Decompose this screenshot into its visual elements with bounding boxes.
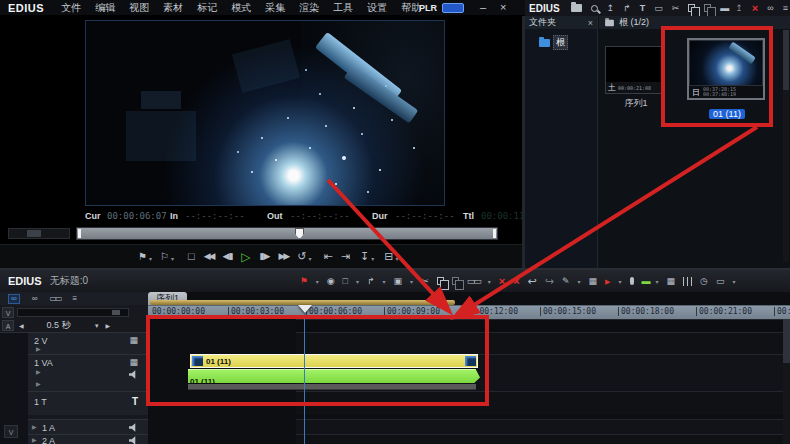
clip-edit-icon[interactable]: ≡ bbox=[73, 295, 78, 303]
track-header-2v[interactable]: 2 V ▦ ▶ bbox=[28, 332, 148, 354]
upload-icon[interactable]: ↥ bbox=[735, 4, 743, 13]
track-1t-title-icon[interactable]: T bbox=[132, 396, 138, 407]
track-1va-panel-icon[interactable]: ▦ bbox=[129, 358, 138, 367]
search-icon[interactable] bbox=[591, 5, 598, 12]
loop-caret[interactable]: ▾ bbox=[309, 255, 312, 262]
menu-edit[interactable]: 编辑 bbox=[88, 1, 122, 15]
new-sequence-caret[interactable]: ▾ bbox=[356, 278, 359, 285]
playhead-line[interactable] bbox=[304, 305, 305, 444]
folder-tree-root-item[interactable]: 根 bbox=[525, 29, 597, 50]
minimize-button[interactable]: – bbox=[480, 1, 486, 13]
rec-mode-badge[interactable] bbox=[442, 3, 464, 13]
zoom-in-icon[interactable]: ▶ bbox=[106, 323, 111, 329]
track-1va-speaker-icon[interactable] bbox=[129, 370, 138, 379]
pen-tool-icon[interactable]: ✎ bbox=[562, 277, 570, 286]
voiceover-mic-icon[interactable] bbox=[630, 277, 634, 285]
dual-monitor-icon[interactable]: ▭ bbox=[716, 277, 725, 286]
play-button[interactable]: ▷ bbox=[241, 251, 250, 263]
menu-file[interactable]: 文件 bbox=[54, 1, 88, 15]
timeline-zoom-slider[interactable] bbox=[17, 308, 129, 317]
close-button[interactable]: × bbox=[500, 1, 506, 13]
track-header-1va[interactable]: 1 VA ▦ ▶ ▶ bbox=[28, 354, 148, 391]
shuttle-handle[interactable] bbox=[27, 230, 41, 237]
loop-playback-button[interactable]: ↺ bbox=[297, 251, 306, 262]
timeline-video-clip[interactable]: 01 (11) bbox=[190, 354, 478, 368]
folder-panel-close-icon[interactable]: × bbox=[588, 18, 593, 28]
video-master-button[interactable]: V bbox=[2, 307, 14, 318]
bin-clip-sequence[interactable]: 土 00:00:21:08 序列1 bbox=[605, 46, 667, 126]
clock-sync-icon[interactable]: ◷ bbox=[700, 277, 708, 286]
set-out-point-button[interactable]: ⚐ bbox=[160, 252, 169, 262]
delete-icon[interactable]: × bbox=[752, 3, 758, 14]
fast-forward-button[interactable]: ▶▶ bbox=[278, 252, 288, 261]
set-in-caret[interactable]: ▾ bbox=[149, 255, 152, 262]
track-2a-speaker-icon[interactable] bbox=[129, 436, 138, 444]
track-2v-panel-icon[interactable]: ▦ bbox=[129, 336, 138, 345]
step-forward-button[interactable]: ▮▶ bbox=[260, 252, 270, 261]
storyboard-view-icon[interactable]: ▭▭ bbox=[49, 295, 60, 303]
menu-settings[interactable]: 设置 bbox=[360, 1, 394, 15]
capture-monitor-icon[interactable]: ▭ bbox=[654, 4, 663, 13]
import-icon[interactable]: ↱ bbox=[623, 4, 631, 13]
copy-icon[interactable] bbox=[688, 4, 695, 12]
save-caret[interactable]: ▾ bbox=[410, 278, 413, 285]
flag-marker-icon[interactable]: ⚑ bbox=[300, 277, 308, 286]
timeline-scale-value[interactable]: 0.5 秒 bbox=[24, 319, 94, 332]
redo-icon[interactable]: ↩ bbox=[545, 276, 554, 287]
goto-out-button[interactable]: ⇥ bbox=[341, 251, 350, 262]
menu-render[interactable]: 渲染 bbox=[292, 1, 326, 15]
storyboard-caret[interactable]: ▾ bbox=[488, 278, 491, 285]
export-button[interactable]: ⊟ bbox=[384, 251, 393, 262]
audio-master-button[interactable]: A bbox=[2, 320, 14, 331]
paste-icon[interactable] bbox=[704, 4, 711, 12]
track-1va-expand-icon[interactable]: ▶ bbox=[36, 369, 41, 375]
export-caret[interactable]: ▾ bbox=[383, 278, 386, 285]
lane-spacer[interactable] bbox=[296, 319, 790, 332]
shuttle-control[interactable] bbox=[8, 228, 70, 239]
copy-clip-icon[interactable] bbox=[437, 277, 444, 285]
paste-clip-icon[interactable] bbox=[452, 277, 459, 285]
trim-mode-icon[interactable]: ▶ bbox=[605, 278, 610, 285]
pulldown-button[interactable]: ↧ bbox=[360, 251, 369, 262]
flag-caret[interactable]: ▾ bbox=[316, 278, 319, 285]
storyboard-icon[interactable]: ▭▭ bbox=[467, 277, 480, 286]
new-sequence-icon[interactable]: □ bbox=[343, 277, 348, 286]
cut-icon[interactable]: ✂ bbox=[672, 4, 680, 13]
track-header-2a[interactable]: ▶ 2 A bbox=[28, 434, 148, 444]
track-1a-speaker-icon[interactable] bbox=[129, 423, 138, 432]
menu-mode[interactable]: 模式 bbox=[224, 1, 258, 15]
bin-scrollbar-thumb[interactable] bbox=[783, 30, 789, 90]
add-clip-caret[interactable]: ▾ bbox=[656, 278, 659, 285]
clip-mixer-bar[interactable] bbox=[188, 384, 476, 390]
up-folder-icon[interactable]: ↥ bbox=[607, 4, 615, 13]
step-back-button[interactable]: ◀▮ bbox=[222, 252, 232, 261]
slider-playhead-marker[interactable] bbox=[295, 228, 304, 239]
pulldown-caret[interactable]: ▾ bbox=[371, 255, 374, 262]
zoom-slider-handle[interactable] bbox=[112, 310, 120, 315]
bin-menu-icon[interactable]: ≡ bbox=[783, 4, 788, 13]
menu-marker[interactable]: 标记 bbox=[190, 1, 224, 15]
timeline-scrollbar[interactable] bbox=[783, 319, 790, 444]
audio-mixer-icon[interactable] bbox=[683, 277, 692, 286]
position-slider[interactable] bbox=[76, 227, 498, 240]
trim-caret[interactable]: ▾ bbox=[618, 278, 621, 285]
lane-1t[interactable] bbox=[296, 391, 790, 415]
ripple-delete-icon[interactable]: × bbox=[499, 276, 505, 287]
drive-icon[interactable]: ▬ bbox=[720, 4, 726, 13]
plr-mode-label[interactable]: PLR bbox=[419, 3, 437, 13]
save-project-icon[interactable]: ▣ bbox=[394, 277, 403, 286]
track-1a-expand-icon[interactable]: ▶ bbox=[32, 424, 37, 430]
playhead-marker[interactable] bbox=[298, 305, 312, 313]
undo-icon[interactable]: ↩ bbox=[528, 276, 537, 287]
goto-in-button[interactable]: ⇤ bbox=[324, 251, 333, 262]
multicam-table-icon[interactable]: ▦ bbox=[667, 277, 676, 286]
chain-link-icon[interactable]: ∞ bbox=[32, 295, 38, 303]
menu-view[interactable]: 视图 bbox=[122, 1, 156, 15]
track-header-1a[interactable]: ▶ 1 A bbox=[28, 419, 148, 434]
export-project-icon[interactable]: ↱ bbox=[367, 277, 375, 286]
track-2v-expand-icon[interactable]: ▶ bbox=[36, 346, 41, 352]
timeline-audio-clip[interactable]: 01 (11) bbox=[188, 369, 480, 383]
track-1va-expand2-icon[interactable]: ▶ bbox=[36, 381, 41, 387]
menu-capture[interactable]: 采集 bbox=[258, 1, 292, 15]
set-in-point-button[interactable]: ⚑ bbox=[138, 252, 147, 262]
